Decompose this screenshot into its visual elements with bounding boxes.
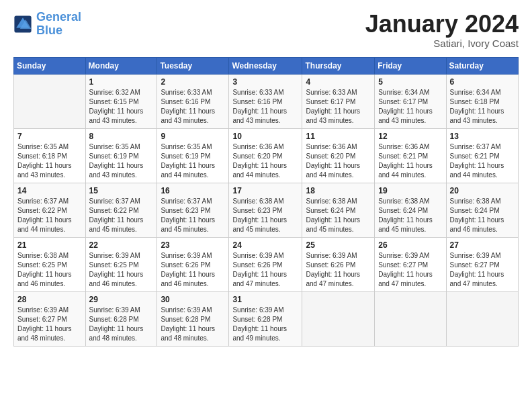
day-number: 28 (17, 295, 82, 304)
day-info: Sunrise: 6:38 AM Sunset: 6:24 PM Dayligh… (378, 197, 442, 234)
sunrise-text: Sunrise: 6:38 AM (306, 197, 371, 206)
table-row: 22 Sunrise: 6:39 AM Sunset: 6:25 PM Dayl… (85, 237, 157, 291)
day-number: 3 (232, 77, 298, 87)
sunset-text: Sunset: 6:19 PM (89, 152, 154, 161)
sunset-text: Sunset: 6:21 PM (378, 152, 442, 161)
sunrise-text: Sunrise: 6:39 AM (17, 306, 82, 315)
table-row: 5 Sunrise: 6:34 AM Sunset: 6:17 PM Dayli… (375, 74, 446, 128)
sunrise-text: Sunrise: 6:33 AM (232, 88, 298, 97)
day-info: Sunrise: 6:35 AM Sunset: 6:19 PM Dayligh… (89, 142, 154, 180)
day-number: 30 (161, 295, 225, 304)
table-row: 12 Sunrise: 6:36 AM Sunset: 6:21 PM Dayl… (375, 128, 446, 183)
day-info: Sunrise: 6:38 AM Sunset: 6:25 PM Dayligh… (17, 251, 82, 289)
page: General Blue January 2024 Satiari, Ivory… (0, 0, 532, 411)
sunrise-text: Sunrise: 6:36 AM (306, 142, 371, 152)
calendar-week-row: 7 Sunrise: 6:35 AM Sunset: 6:18 PM Dayli… (14, 128, 519, 183)
table-row: 1 Sunrise: 6:32 AM Sunset: 6:15 PM Dayli… (85, 74, 157, 128)
day-number: 20 (450, 186, 515, 195)
col-saturday: Saturday (446, 57, 518, 74)
sunrise-text: Sunrise: 6:37 AM (450, 142, 515, 152)
day-number: 26 (378, 240, 442, 250)
table-row: 3 Sunrise: 6:33 AM Sunset: 6:16 PM Dayli… (229, 74, 302, 128)
calendar-header-row: Sunday Monday Tuesday Wednesday Thursday… (14, 57, 519, 74)
table-row: 13 Sunrise: 6:37 AM Sunset: 6:21 PM Dayl… (446, 128, 518, 183)
table-row: 23 Sunrise: 6:39 AM Sunset: 6:26 PM Dayl… (157, 237, 229, 291)
table-row: 9 Sunrise: 6:35 AM Sunset: 6:19 PM Dayli… (157, 128, 229, 183)
day-number: 7 (17, 132, 82, 141)
sunrise-text: Sunrise: 6:39 AM (232, 306, 298, 315)
sunset-text: Sunset: 6:24 PM (378, 206, 442, 216)
daylight-text: Daylight: 11 hours and 48 minutes. (17, 324, 82, 343)
logo-icon (13, 15, 32, 34)
table-row (375, 291, 446, 346)
calendar-week-row: 14 Sunrise: 6:37 AM Sunset: 6:22 PM Dayl… (14, 183, 519, 237)
table-row: 14 Sunrise: 6:37 AM Sunset: 6:22 PM Dayl… (14, 183, 86, 237)
day-info: Sunrise: 6:37 AM Sunset: 6:21 PM Dayligh… (450, 142, 515, 180)
calendar-week-row: 21 Sunrise: 6:38 AM Sunset: 6:25 PM Dayl… (14, 237, 519, 291)
sunrise-text: Sunrise: 6:39 AM (89, 306, 154, 315)
sunset-text: Sunset: 6:15 PM (89, 97, 154, 107)
daylight-text: Daylight: 11 hours and 43 minutes. (161, 107, 225, 126)
day-number: 1 (89, 77, 154, 87)
sunrise-text: Sunrise: 6:39 AM (89, 251, 154, 261)
sunrise-text: Sunrise: 6:37 AM (161, 197, 225, 206)
sunrise-text: Sunrise: 6:34 AM (378, 88, 442, 97)
daylight-text: Daylight: 11 hours and 44 minutes. (450, 161, 515, 180)
day-info: Sunrise: 6:36 AM Sunset: 6:20 PM Dayligh… (232, 142, 298, 180)
daylight-text: Daylight: 11 hours and 43 minutes. (89, 161, 154, 180)
sunset-text: Sunset: 6:17 PM (378, 97, 442, 107)
daylight-text: Daylight: 11 hours and 44 minutes. (17, 216, 82, 234)
table-row: 17 Sunrise: 6:38 AM Sunset: 6:23 PM Dayl… (229, 183, 302, 237)
table-row: 11 Sunrise: 6:36 AM Sunset: 6:20 PM Dayl… (302, 128, 375, 183)
col-tuesday: Tuesday (157, 57, 229, 74)
col-thursday: Thursday (302, 57, 375, 74)
col-friday: Friday (375, 57, 446, 74)
table-row: 18 Sunrise: 6:38 AM Sunset: 6:24 PM Dayl… (302, 183, 375, 237)
sunrise-text: Sunrise: 6:39 AM (161, 306, 225, 315)
sunset-text: Sunset: 6:28 PM (161, 315, 225, 324)
col-sunday: Sunday (14, 57, 86, 74)
daylight-text: Daylight: 11 hours and 47 minutes. (450, 270, 515, 289)
calendar: Sunday Monday Tuesday Wednesday Thursday… (13, 57, 519, 347)
sunset-text: Sunset: 6:21 PM (450, 152, 515, 161)
day-info: Sunrise: 6:39 AM Sunset: 6:28 PM Dayligh… (161, 306, 225, 343)
sunset-text: Sunset: 6:19 PM (161, 152, 225, 161)
table-row: 16 Sunrise: 6:37 AM Sunset: 6:23 PM Dayl… (157, 183, 229, 237)
sunset-text: Sunset: 6:25 PM (17, 261, 82, 270)
day-info: Sunrise: 6:35 AM Sunset: 6:19 PM Dayligh… (161, 142, 225, 180)
table-row: 8 Sunrise: 6:35 AM Sunset: 6:19 PM Dayli… (85, 128, 157, 183)
day-info: Sunrise: 6:39 AM Sunset: 6:26 PM Dayligh… (306, 251, 371, 289)
daylight-text: Daylight: 11 hours and 46 minutes. (17, 270, 82, 289)
sunset-text: Sunset: 6:17 PM (306, 97, 371, 107)
day-info: Sunrise: 6:39 AM Sunset: 6:27 PM Dayligh… (378, 251, 442, 289)
sunset-text: Sunset: 6:28 PM (232, 315, 298, 324)
col-monday: Monday (85, 57, 157, 74)
sunset-text: Sunset: 6:27 PM (450, 261, 515, 270)
sunset-text: Sunset: 6:22 PM (17, 206, 82, 216)
table-row (302, 291, 375, 346)
table-row: 21 Sunrise: 6:38 AM Sunset: 6:25 PM Dayl… (14, 237, 86, 291)
day-number: 22 (89, 240, 154, 250)
daylight-text: Daylight: 11 hours and 43 minutes. (450, 107, 515, 126)
sunset-text: Sunset: 6:23 PM (161, 206, 225, 216)
calendar-week-row: 1 Sunrise: 6:32 AM Sunset: 6:15 PM Dayli… (14, 74, 519, 128)
sunrise-text: Sunrise: 6:34 AM (450, 88, 515, 97)
table-row: 6 Sunrise: 6:34 AM Sunset: 6:18 PM Dayli… (446, 74, 518, 128)
sunset-text: Sunset: 6:28 PM (89, 315, 154, 324)
day-info: Sunrise: 6:37 AM Sunset: 6:22 PM Dayligh… (17, 197, 82, 234)
table-row: 7 Sunrise: 6:35 AM Sunset: 6:18 PM Dayli… (14, 128, 86, 183)
day-number: 25 (306, 240, 371, 250)
table-row: 29 Sunrise: 6:39 AM Sunset: 6:28 PM Dayl… (85, 291, 157, 346)
table-row: 31 Sunrise: 6:39 AM Sunset: 6:28 PM Dayl… (229, 291, 302, 346)
day-info: Sunrise: 6:39 AM Sunset: 6:28 PM Dayligh… (89, 306, 154, 343)
table-row (14, 74, 86, 128)
sunrise-text: Sunrise: 6:35 AM (17, 142, 82, 152)
day-info: Sunrise: 6:33 AM Sunset: 6:17 PM Dayligh… (306, 88, 371, 126)
day-info: Sunrise: 6:39 AM Sunset: 6:26 PM Dayligh… (232, 251, 298, 289)
table-row: 10 Sunrise: 6:36 AM Sunset: 6:20 PM Dayl… (229, 128, 302, 183)
day-info: Sunrise: 6:38 AM Sunset: 6:23 PM Dayligh… (232, 197, 298, 234)
sunset-text: Sunset: 6:27 PM (17, 315, 82, 324)
logo-text: General Blue (36, 11, 81, 38)
day-number: 18 (306, 186, 371, 195)
sunset-text: Sunset: 6:26 PM (232, 261, 298, 270)
